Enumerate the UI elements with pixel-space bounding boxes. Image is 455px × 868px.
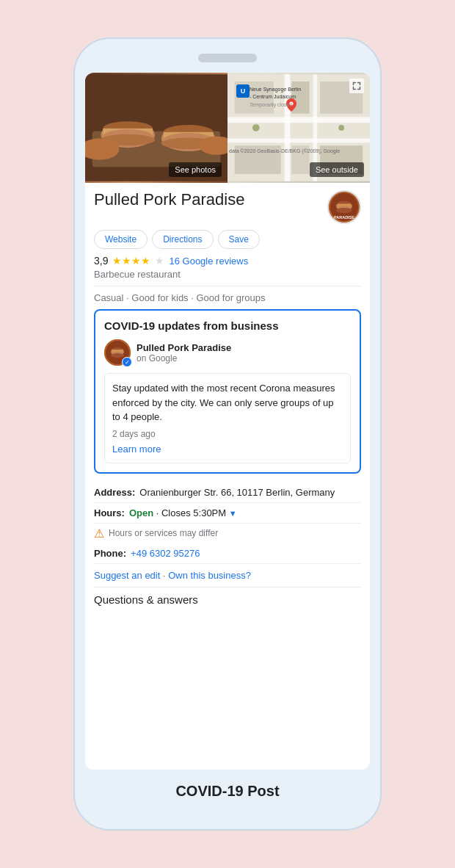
website-button[interactable]: Website: [94, 230, 148, 249]
svg-point-26: [338, 125, 344, 131]
address-row: Address: Oranienburger Str. 66, 10117 Be…: [94, 482, 361, 503]
rating-number: 3,9: [94, 255, 108, 267]
phone-screen: See photos: [85, 73, 370, 770]
hours-open: Open: [129, 507, 153, 518]
rating-row: 3,9 ★★★★★ 16 Google reviews: [94, 255, 361, 267]
address-value: Oranienburger Str. 66, 10117 Berlin, Ger…: [139, 487, 335, 498]
hours-label: Hours:: [94, 507, 125, 518]
phone-link[interactable]: +49 6302 95276: [131, 548, 200, 559]
svg-point-42: [111, 353, 124, 358]
map-image: U Neue Synagoge Berlin - Centrum Judaicu…: [228, 73, 370, 183]
expand-icon[interactable]: [349, 79, 364, 93]
divider-1: [94, 286, 361, 286]
action-buttons: Website Directions Save: [94, 230, 361, 249]
verified-check-icon: ✓: [122, 357, 132, 367]
qa-heading: Questions & answers: [94, 587, 361, 609]
warning-icon: ⚠: [94, 527, 104, 540]
see-photos-button[interactable]: See photos: [169, 162, 222, 177]
hours-close: · Closes 5:30PM: [156, 507, 226, 518]
post-box: Stay updated with the most recent Corona…: [104, 373, 351, 463]
own-business-link[interactable]: Own this business?: [168, 570, 251, 581]
svg-text:PARADISE: PARADISE: [334, 215, 354, 220]
food-image: See photos: [85, 73, 228, 183]
learn-more-link[interactable]: Learn more: [112, 444, 161, 455]
business-badge: ✓ Pulled Pork Paradise on Google: [104, 339, 351, 366]
phone-row: Phone: +49 6302 95276: [94, 543, 361, 564]
caption-text: COVID-19 Post: [175, 783, 279, 799]
badge-source: on Google: [136, 353, 231, 364]
image-section: See photos: [85, 73, 370, 183]
hours-row: Hours: Open · Closes 5:30PM ▼: [94, 503, 361, 524]
badge-name: Pulled Pork Paradise: [136, 342, 231, 353]
map-copyright: data ©2020 GeoBasis-DE/BKG (©2009), Goog…: [229, 148, 340, 153]
svg-point-34: [336, 208, 352, 213]
category: Barbecue restaurant: [94, 269, 361, 280]
phone-speaker: [198, 54, 257, 62]
svg-rect-15: [228, 117, 370, 123]
business-header: Pulled Pork Paradise PARADISE: [94, 190, 361, 224]
svg-point-25: [252, 124, 260, 131]
caption-area: COVID-19 Post: [175, 770, 279, 807]
address-label: Address:: [94, 487, 135, 498]
covid-title: COVID-19 updates from business: [104, 319, 351, 332]
attributes: Casual · Good for kids · Good for groups: [94, 292, 361, 303]
directions-button[interactable]: Directions: [152, 230, 213, 249]
post-text: Stay updated with the most recent Corona…: [112, 381, 343, 424]
hours-warning-text: Hours or services may differ: [109, 528, 218, 538]
content-area: Pulled Pork Paradise PARADISE: [85, 183, 370, 770]
hours-warning-row: ⚠ Hours or services may differ: [94, 524, 361, 543]
see-outside-button[interactable]: See outside: [310, 162, 364, 177]
subway-icon: U: [236, 84, 250, 98]
suggest-edit-link[interactable]: Suggest an edit: [94, 570, 160, 581]
suggest-row: Suggest an edit · Own this business?: [94, 564, 361, 587]
phone-label: Phone:: [94, 548, 126, 559]
business-name: Pulled Pork Paradise: [94, 190, 244, 209]
phone-frame: See photos: [73, 37, 382, 831]
map-label: Neue Synagoge Berlin - Centrum Judaicum …: [250, 86, 301, 109]
reviews-link[interactable]: 16 Google reviews: [169, 256, 248, 267]
svg-rect-16: [228, 139, 370, 143]
business-logo: PARADISE: [327, 190, 361, 224]
covid-card: COVID-19 updates from business: [94, 309, 361, 474]
dropdown-arrow-icon[interactable]: ▼: [229, 509, 237, 518]
stars: ★★★★: [112, 255, 150, 267]
badge-text: Pulled Pork Paradise on Google: [136, 342, 231, 364]
save-button[interactable]: Save: [218, 230, 260, 249]
badge-logo: ✓: [104, 339, 131, 366]
post-time: 2 days ago: [112, 429, 343, 439]
